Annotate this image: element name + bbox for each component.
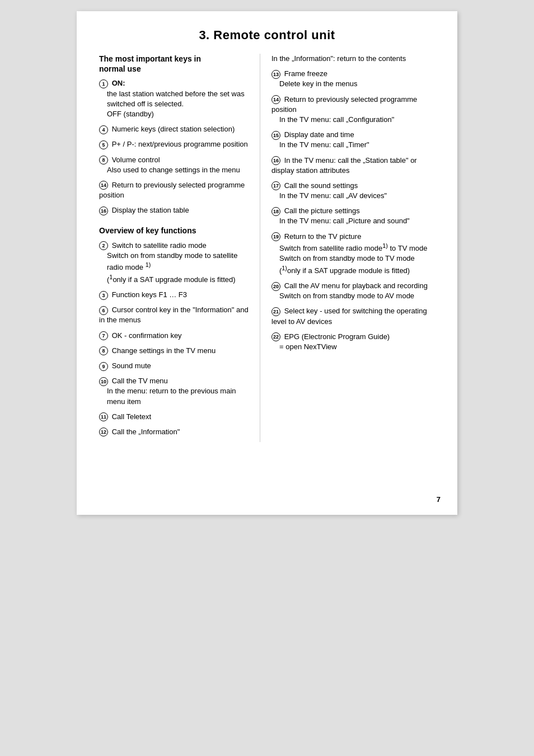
circle-20: 20 xyxy=(271,282,280,291)
item-sub: In the TV menu: call „AV devices" xyxy=(271,191,435,201)
section1-title: The most important keys innormal use xyxy=(99,54,251,74)
circle-4: 4 xyxy=(99,125,108,134)
circle-12: 12 xyxy=(99,428,108,436)
list-item: 2 Switch to satellite radio mode Switch … xyxy=(99,241,251,285)
item-sub: Switch from satellite radio mode1) to TV… xyxy=(271,242,435,276)
circle-1: 1 xyxy=(99,79,108,88)
item-sub: In the TV menu: call „Picture and sound" xyxy=(271,216,435,226)
circle-8a: 8 xyxy=(99,156,108,165)
item-label: Volume control xyxy=(112,156,160,164)
item-label: In the „Information": return to the cont… xyxy=(271,54,435,64)
circle-10: 10 xyxy=(99,377,108,386)
circle-17: 17 xyxy=(271,181,280,190)
item-label: ON: xyxy=(112,79,125,87)
circle-14b: 14 xyxy=(271,95,280,104)
item-label: Display date and time xyxy=(284,130,354,139)
list-item: 7 OK - confirmation key xyxy=(99,331,251,341)
item-sub2: (1only if a SAT upgrade module is fitted… xyxy=(99,273,251,285)
circle-2: 2 xyxy=(99,241,108,250)
list-item: 13 Frame freeze Delete key in the menus xyxy=(271,69,435,89)
circle-15: 15 xyxy=(271,131,280,140)
item-label: Return to the TV picture xyxy=(284,232,362,241)
item-sub: Delete key in the menus xyxy=(271,79,435,89)
list-item: 12 Call the „Information" xyxy=(99,427,251,437)
item-label: Return to previously selected programme … xyxy=(99,181,245,199)
circle-16a: 16 xyxy=(99,206,108,215)
section2-title: Overview of key functions xyxy=(99,226,251,236)
item-label: Call the „Information" xyxy=(112,428,180,436)
list-item: 10 Call the TV menu In the menu: return … xyxy=(99,376,251,407)
circle-16b: 16 xyxy=(271,156,280,165)
circle-8b: 8 xyxy=(99,346,108,355)
right-column: In the „Information": return to the cont… xyxy=(260,54,435,442)
item-label: Return to previously selected programme … xyxy=(271,95,417,114)
list-item: 14 Return to previously selected program… xyxy=(99,180,251,200)
circle-22: 22 xyxy=(271,332,280,341)
two-column-layout: The most important keys innormal use 1 O… xyxy=(99,54,435,442)
page-title: 3. Remote control unit xyxy=(99,28,435,43)
list-item: 15 Display date and time In the TV menu:… xyxy=(271,130,435,150)
circle-11: 11 xyxy=(99,412,108,421)
section2: Overview of key functions 2 Switch to sa… xyxy=(99,226,251,437)
page-number: 7 xyxy=(437,495,441,504)
item-label: Call Teletext xyxy=(112,412,152,421)
list-item: 9 Sound mute xyxy=(99,361,251,371)
item-sub: = open NexTView xyxy=(271,342,435,352)
item-label: Call the picture settings xyxy=(284,206,360,215)
item-label: In the TV menu: call the „Station table"… xyxy=(271,156,417,175)
left-column: The most important keys innormal use 1 O… xyxy=(99,54,260,442)
item-label: Call the sound settings xyxy=(284,181,358,190)
list-item: 3 Function keys F1 … F3 xyxy=(99,290,251,300)
item-label: Change settings in the TV menu xyxy=(112,346,216,355)
list-item: 1 ON: the last station watched before th… xyxy=(99,78,251,119)
item-label: Frame freeze xyxy=(284,69,327,78)
item-sub: Switch on from standby mode to satellite… xyxy=(99,251,251,273)
item-label: Sound mute xyxy=(112,361,151,370)
item-label: Call the TV menu xyxy=(112,377,168,385)
item-label: Function keys F1 … F3 xyxy=(112,290,187,299)
list-item: In the „Information": return to the cont… xyxy=(271,54,435,64)
list-item: 16 Display the station table xyxy=(99,205,251,215)
footnote1: 1) xyxy=(146,261,151,268)
list-item: 8 Change settings in the TV menu xyxy=(99,346,251,356)
item-sub: the last station watched before the set … xyxy=(99,89,251,109)
list-item: 4 Numeric keys (direct station selection… xyxy=(99,124,251,134)
circle-19: 19 xyxy=(271,232,280,241)
list-item: 14 Return to previously selected program… xyxy=(271,95,435,125)
item-label: Display the station table xyxy=(112,206,189,214)
circle-3: 3 xyxy=(99,291,108,300)
circle-6: 6 xyxy=(99,306,108,315)
list-item: 20 Call the AV menu for playback and rec… xyxy=(271,281,435,301)
item-label: Numeric keys (direct station selection) xyxy=(112,125,235,133)
circle-7: 7 xyxy=(99,331,108,340)
list-item: 19 Return to the TV picture Switch from … xyxy=(271,232,435,276)
list-item: 5 P+ / P-: next/previous programme posit… xyxy=(99,139,251,149)
list-item: 16 In the TV menu: call the „Station tab… xyxy=(271,156,435,176)
item-sub: Switch on from standby mode to AV mode xyxy=(271,291,435,301)
list-item: 8 Volume control Also used to change set… xyxy=(99,155,251,175)
item-sub: In the menu: return to the previous main… xyxy=(99,386,251,406)
item-label: EPG (Electronic Program Guide) xyxy=(284,332,390,341)
list-item: 6 Cursor control key in the "Information… xyxy=(99,305,251,325)
item-sub: In the TV menu: call „Configuration" xyxy=(271,115,435,125)
item-label: Switch to satellite radio mode xyxy=(112,241,207,250)
circle-13: 13 xyxy=(271,70,280,79)
footnote2b: 1) xyxy=(282,265,287,271)
item-label: Call the AV menu for playback and record… xyxy=(284,281,428,290)
circle-9: 9 xyxy=(99,362,108,371)
list-item: 22 EPG (Electronic Program Guide) = open… xyxy=(271,332,435,352)
circle-18: 18 xyxy=(271,207,280,216)
item-sub: Also used to change settings in the menu xyxy=(99,165,251,175)
circle-21: 21 xyxy=(271,307,280,316)
item-label: Select key - used for switching the oper… xyxy=(271,307,427,325)
item-sub2: OFF (standby) xyxy=(99,109,251,119)
list-item: 18 Call the picture settings In the TV m… xyxy=(271,206,435,226)
page: 3. Remote control unit The most importan… xyxy=(77,11,457,515)
circle-5: 5 xyxy=(99,140,108,149)
item-sub: In the TV menu: call „Timer" xyxy=(271,140,435,150)
list-item: 11 Call Teletext xyxy=(99,412,251,422)
item-label: P+ / P-: next/previous programme positio… xyxy=(112,140,248,148)
footnote1b: 1 xyxy=(109,274,113,280)
footnote2: 1) xyxy=(382,242,388,249)
item-label: OK - confirmation key xyxy=(112,331,182,340)
